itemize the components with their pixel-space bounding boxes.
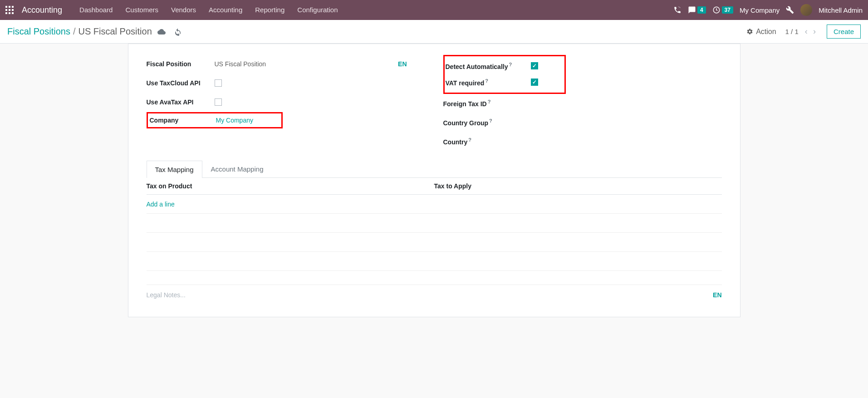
user-avatar[interactable] (800, 4, 812, 16)
svg-rect-0 (5, 6, 7, 8)
svg-rect-5 (12, 9, 14, 11)
pager-prev[interactable]: ‹ (803, 27, 809, 36)
form-row-top: Fiscal Position US Fiscal Position EN Us… (147, 55, 722, 151)
cloud-unsaved-icon[interactable] (157, 28, 166, 36)
nav-menu: Dashboard Customers Vendors Accounting R… (73, 0, 344, 20)
messages-badge: 4 (697, 6, 706, 14)
phone-icon[interactable] (673, 6, 682, 14)
apps-icon[interactable] (5, 6, 14, 14)
field-company-highlight: Company My Company (147, 112, 283, 128)
vat-required-checkbox[interactable] (531, 79, 538, 86)
create-button[interactable]: Create (827, 25, 861, 39)
debug-icon[interactable] (786, 6, 794, 14)
legal-notes-section: EN (147, 285, 722, 299)
tab-account-mapping[interactable]: Account Mapping (202, 160, 272, 177)
svg-rect-2 (12, 6, 14, 8)
field-country-group: Country Group? (443, 113, 722, 131)
foreign-tax-label: Foreign Tax ID? (443, 99, 516, 108)
field-fiscal-position: Fiscal Position US Fiscal Position EN (147, 55, 425, 73)
svg-rect-3 (5, 9, 7, 11)
field-detect-auto: Detect Automatically? (446, 58, 564, 74)
nav-accounting[interactable]: Accounting (202, 0, 249, 20)
field-foreign-tax: Foreign Tax ID? (443, 94, 722, 112)
use-taxcloud-label: Use TaxCloud API (147, 79, 215, 87)
activities-icon[interactable]: 37 (712, 6, 733, 14)
nav-vendors[interactable]: Vendors (165, 0, 202, 20)
table-header: Tax on Product Tax to Apply (147, 178, 722, 195)
tab-content: Tax on Product Tax to Apply Add a line (147, 178, 722, 271)
tab-tax-mapping[interactable]: Tax Mapping (147, 161, 202, 178)
right-highlight-box: Detect Automatically? VAT required? (443, 55, 566, 94)
app-name[interactable]: Accounting (22, 5, 62, 15)
th-tax-on-product: Tax on Product (147, 182, 434, 190)
tabs: Tax Mapping Account Mapping (147, 160, 722, 178)
th-tax-to-apply: Tax to Apply (434, 182, 722, 190)
nav-reporting[interactable]: Reporting (249, 0, 291, 20)
activities-badge: 37 (722, 6, 733, 14)
user-menu[interactable]: Mitchell Admin (819, 6, 863, 14)
breadcrumb-parent[interactable]: Fiscal Positions (7, 26, 70, 36)
svg-rect-6 (5, 12, 7, 14)
breadcrumb: Fiscal Positions/US Fiscal Position (7, 26, 152, 37)
add-line-link[interactable]: Add a line (147, 201, 175, 208)
company-switcher[interactable]: My Company (740, 6, 780, 14)
breadcrumb-current: US Fiscal Position (78, 26, 152, 36)
pager-value[interactable]: 1 / 1 (785, 28, 799, 35)
table-row-empty (147, 233, 722, 252)
table-row-empty (147, 214, 722, 233)
nav-customers[interactable]: Customers (119, 0, 165, 20)
country-group-label: Country Group? (443, 118, 516, 127)
country-label: Country? (443, 137, 516, 146)
form-col-right: Detect Automatically? VAT required? Fore… (443, 55, 722, 151)
action-label: Action (756, 28, 776, 36)
help-icon[interactable]: ? (485, 78, 488, 84)
legal-notes-input[interactable] (147, 291, 713, 299)
nav-configuration[interactable]: Configuration (291, 0, 344, 20)
top-navbar: Accounting Dashboard Customers Vendors A… (0, 0, 868, 20)
detect-auto-checkbox[interactable] (531, 62, 538, 69)
help-icon[interactable]: ? (468, 137, 471, 142)
notes-lang-badge[interactable]: EN (713, 291, 721, 299)
fiscal-position-label: Fiscal Position (147, 60, 215, 68)
gear-icon (746, 28, 753, 35)
form-sheet: Fiscal Position US Fiscal Position EN Us… (128, 44, 740, 317)
help-icon[interactable]: ? (509, 62, 512, 67)
form-col-left: Fiscal Position US Fiscal Position EN Us… (147, 55, 425, 151)
field-use-taxcloud: Use TaxCloud API (147, 74, 425, 92)
field-use-avatax: Use AvaTax API (147, 93, 425, 111)
content: Fiscal Position US Fiscal Position EN Us… (101, 44, 768, 335)
fiscal-position-input[interactable]: US Fiscal Position (215, 60, 398, 68)
nav-dashboard[interactable]: Dashboard (73, 0, 119, 20)
svg-rect-1 (9, 6, 10, 8)
field-country: Country? (443, 132, 722, 150)
action-button[interactable]: Action (746, 28, 776, 36)
use-avatax-checkbox[interactable] (215, 98, 222, 106)
help-icon[interactable]: ? (489, 118, 492, 123)
svg-rect-4 (9, 9, 10, 11)
table-row-empty (147, 252, 722, 271)
messages-icon[interactable]: 4 (688, 6, 706, 14)
vat-required-label: VAT required? (446, 78, 518, 87)
svg-rect-8 (12, 12, 14, 14)
lang-badge[interactable]: EN (398, 60, 425, 68)
navbar-left: Accounting Dashboard Customers Vendors A… (5, 0, 344, 20)
cp-right: Action 1 / 1 ‹ › Create (746, 25, 861, 39)
use-avatax-label: Use AvaTax API (147, 98, 215, 106)
breadcrumb-sep: / (73, 26, 76, 36)
detect-auto-label: Detect Automatically? (446, 62, 518, 70)
cp-status-icons (157, 28, 182, 36)
company-label: Company (150, 117, 216, 124)
use-taxcloud-checkbox[interactable] (215, 79, 222, 87)
navbar-right: 4 37 My Company Mitchell Admin (673, 4, 863, 16)
pager-arrows: ‹ › (803, 27, 818, 36)
help-icon[interactable]: ? (488, 99, 491, 104)
cp-left: Fiscal Positions/US Fiscal Position (7, 26, 182, 37)
field-vat-required: VAT required? (446, 74, 564, 90)
control-panel: Fiscal Positions/US Fiscal Position Acti… (0, 20, 868, 44)
svg-rect-7 (9, 12, 10, 14)
company-value[interactable]: My Company (216, 117, 280, 124)
discard-icon[interactable] (174, 28, 182, 36)
pager-next[interactable]: › (811, 27, 818, 36)
pager: 1 / 1 ‹ › (785, 27, 818, 36)
table-row-add: Add a line (147, 195, 722, 214)
